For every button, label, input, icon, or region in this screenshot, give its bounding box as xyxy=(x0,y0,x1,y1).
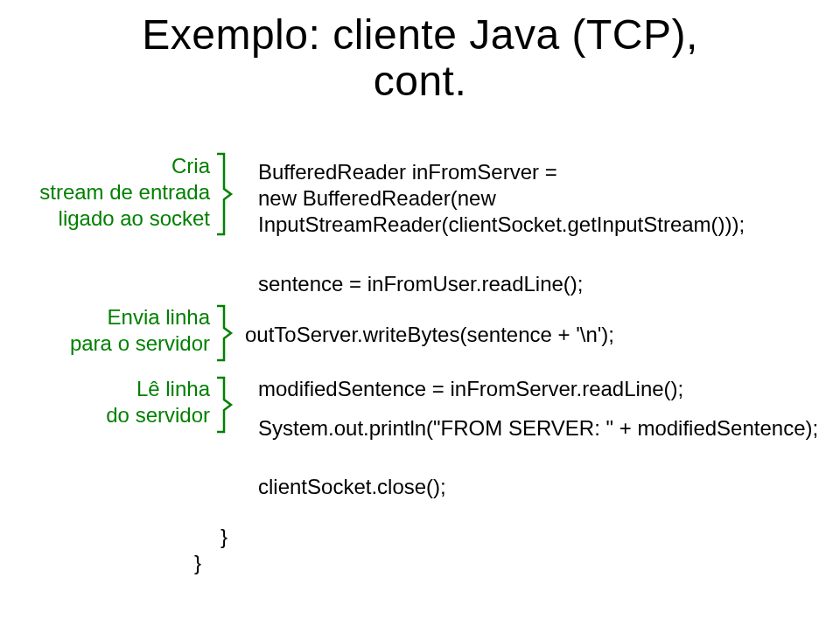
title-line-1: Exemplo: cliente Java (TCP), xyxy=(142,11,698,58)
title-line-2: cont. xyxy=(374,58,467,104)
annotation-read: Lê linha do servidor xyxy=(106,376,210,428)
annotation-stream-l1: Cria xyxy=(172,154,210,177)
code-close: clientSocket.close(); xyxy=(258,474,446,500)
code-buffered-reader: BufferedReader inFromServer = new Buffer… xyxy=(258,159,745,238)
code-c6: modifiedSentence = inFromServer.readLine… xyxy=(258,377,683,400)
code-brace-2: } xyxy=(194,551,201,575)
code-sentence: sentence = inFromUser.readLine(); xyxy=(258,271,584,297)
annotation-send: Envia linha para o servidor xyxy=(70,304,210,357)
code-c2: new BufferedReader(new xyxy=(258,186,496,210)
annotation-read-l2: do servidor xyxy=(106,403,210,427)
annotation-read-l1: Lê linha xyxy=(136,377,210,400)
code-b1: } xyxy=(220,525,228,548)
annotation-stream-l2: stream de entrada xyxy=(39,180,210,204)
code-c5: outToServer.writeBytes(sentence + '\n'); xyxy=(245,323,614,346)
code-c7: System.out.println("FROM SERVER: " + mod… xyxy=(258,416,818,440)
bracket-icon xyxy=(215,374,238,435)
annotation-send-l1: Envia linha xyxy=(108,305,210,329)
slide-title: Exemplo: cliente Java (TCP), cont. xyxy=(0,0,840,105)
code-c1: BufferedReader inFromServer = xyxy=(258,160,557,184)
bracket-icon xyxy=(215,303,238,364)
bracket-icon xyxy=(215,150,238,238)
code-c3: InputStreamReader(clientSocket.getInputS… xyxy=(258,212,745,236)
code-println: System.out.println("FROM SERVER: " + mod… xyxy=(258,415,818,442)
annotation-send-l2: para o servidor xyxy=(70,331,210,355)
annotation-stream-l3: ligado ao socket xyxy=(59,206,210,230)
slide: Exemplo: cliente Java (TCP), cont. Cria … xyxy=(0,0,840,626)
code-b2: } xyxy=(194,551,201,574)
code-brace-1: } xyxy=(220,525,228,549)
code-outtoserver: outToServer.writeBytes(sentence + '\n'); xyxy=(245,322,614,348)
code-c8: clientSocket.close(); xyxy=(258,475,446,498)
code-c4: sentence = inFromUser.readLine(); xyxy=(258,272,584,296)
code-modified: modifiedSentence = inFromServer.readLine… xyxy=(258,376,683,402)
annotation-stream: Cria stream de entrada ligado ao socket xyxy=(39,153,210,232)
